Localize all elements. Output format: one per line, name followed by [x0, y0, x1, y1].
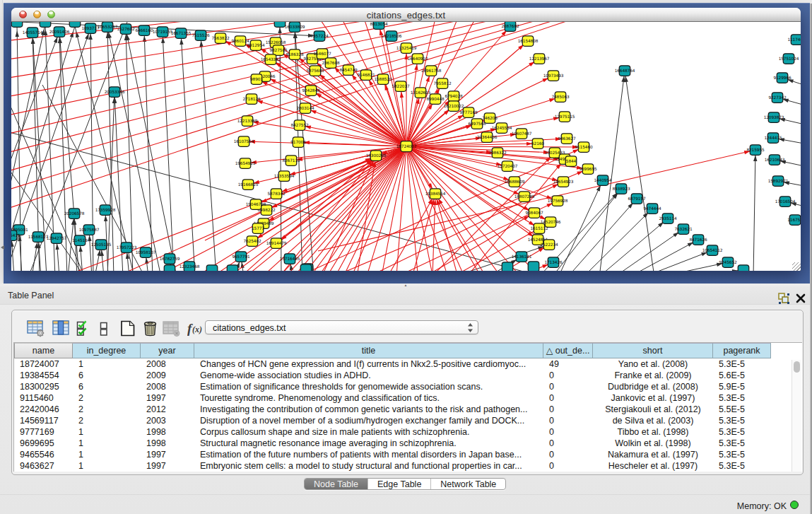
table-cell[interactable]: 1: [73, 358, 141, 370]
table-cell[interactable]: 0: [543, 449, 593, 460]
table-cell[interactable]: 6: [73, 370, 141, 381]
trash-icon[interactable]: [142, 320, 158, 337]
table-panel-titlebar[interactable]: Table Panel: [0, 286, 810, 305]
float-panel-icon[interactable]: [778, 293, 790, 305]
black-edge[interactable]: [107, 27, 114, 271]
scrollbar-thumb[interactable]: [794, 361, 800, 373]
black-edge[interactable]: [583, 209, 652, 271]
table-cell[interactable]: 18300295: [14, 381, 73, 392]
teal-node[interactable]: [227, 265, 238, 271]
black-edge[interactable]: [625, 71, 654, 271]
column-header-name[interactable]: name: [14, 343, 73, 358]
table-cell[interactable]: 5.3E-5: [713, 358, 771, 370]
table-header-row[interactable]: namein_degreeyeartitle△ out_de...shortpa…: [14, 343, 771, 358]
table-cell[interactable]: 0: [543, 392, 593, 404]
column-header-out_de[interactable]: △ out_de...: [543, 343, 593, 358]
table-cell[interactable]: Franke et al. (2009): [593, 370, 713, 381]
table-cell[interactable]: 14569117: [14, 415, 73, 426]
teal-node[interactable]: [11, 22, 23, 27]
red-edge[interactable]: [252, 99, 406, 146]
table-cell[interactable]: 2: [73, 415, 141, 426]
table-cell[interactable]: 5.3E-5: [713, 392, 771, 404]
table-row[interactable]: 946554611997Estimation of the future num…: [14, 449, 771, 460]
black-edge[interactable]: [753, 150, 755, 271]
column-header-short[interactable]: short: [593, 343, 713, 358]
table-row[interactable]: 977716911998Corpus callosum shape and si…: [14, 426, 771, 438]
teal-node[interactable]: [528, 262, 539, 271]
teal-node[interactable]: [69, 22, 81, 27]
black-edge[interactable]: [11, 92, 85, 271]
column-header-year[interactable]: year: [141, 343, 194, 358]
table-cell[interactable]: 5.3E-5: [713, 426, 771, 438]
black-edge[interactable]: [11, 24, 45, 212]
table-cell[interactable]: 18724007: [14, 358, 73, 370]
tab-node-table[interactable]: Node Table: [305, 479, 367, 489]
table-cell[interactable]: 1: [73, 438, 141, 449]
table-row[interactable]: 1938455462009Genome-wide association stu…: [14, 370, 771, 381]
black-edge[interactable]: [614, 229, 683, 271]
table-cell[interactable]: Estimation of the future numbers of pati…: [194, 449, 543, 460]
table-cell[interactable]: 5.5E-5: [713, 404, 771, 415]
black-edge[interactable]: [599, 218, 668, 271]
black-edge[interactable]: [599, 71, 625, 271]
table-cell[interactable]: 0: [543, 438, 593, 449]
black-edge[interactable]: [629, 240, 698, 271]
teal-node[interactable]: [40, 22, 51, 27]
table-cell[interactable]: 2008: [141, 358, 194, 370]
table-select-dropdown[interactable]: citations_edges.txt: [205, 320, 478, 334]
table-cell[interactable]: 9465546: [14, 449, 73, 460]
window-resize-grip[interactable]: [792, 262, 801, 271]
checkboxes-icon[interactable]: [76, 320, 93, 337]
table-cell[interactable]: 9777169: [14, 426, 73, 438]
network-window[interactable]: citations_edges.txt 14055714200914061093…: [11, 8, 801, 271]
new-document-icon[interactable]: [119, 320, 136, 337]
table-gear-icon[interactable]: [27, 320, 45, 337]
table-cell[interactable]: Tourette syndrome. Phenomenology and cla…: [194, 392, 543, 404]
red-edge[interactable]: [205, 156, 376, 240]
column-header-pagerank[interactable]: pagerank: [713, 343, 771, 358]
table-column-icon[interactable]: [52, 320, 70, 337]
table-cell[interactable]: 22420046: [14, 404, 73, 415]
black-edge[interactable]: [144, 30, 153, 271]
table-cell[interactable]: Hescheler et al. (1997): [593, 460, 713, 472]
table-cell[interactable]: 0: [543, 415, 593, 426]
tab-network-table[interactable]: Network Table: [430, 479, 505, 489]
network-canvas[interactable]: 1405571420091406109371710653267152760264…: [11, 22, 801, 271]
table-cell[interactable]: 0: [543, 404, 593, 415]
table-cell[interactable]: 49: [543, 358, 593, 370]
table-cell[interactable]: Nakamura et al. (1997): [593, 449, 713, 460]
table-cell[interactable]: Tibbo et al. (1998): [593, 426, 713, 438]
table-cell[interactable]: 5.3E-5: [713, 460, 771, 472]
table-cell[interactable]: Changes of HCN gene expression and I(f) …: [194, 358, 543, 370]
table-cell[interactable]: Genome-wide association studies in ADHD.: [194, 370, 543, 381]
table-cell[interactable]: de Silva et al. (2003): [593, 415, 713, 426]
table-cell[interactable]: Dudbridge et al. (2008): [593, 381, 713, 392]
table-cell[interactable]: 0: [543, 370, 593, 381]
table-cell[interactable]: 1997: [141, 392, 194, 404]
table-cell[interactable]: Estimation of significance thresholds fo…: [194, 381, 543, 392]
table-cell[interactable]: 0: [543, 381, 593, 392]
column-header-in_degree[interactable]: in_degree: [73, 343, 141, 358]
table-cell[interactable]: 5.3E-5: [713, 415, 771, 426]
table-cell[interactable]: 6: [73, 381, 141, 392]
table-cell[interactable]: 1997: [141, 460, 194, 472]
squares-icon[interactable]: [99, 320, 109, 337]
left-collapse-handle[interactable]: [1, 245, 4, 250]
table-cell[interactable]: Wolkin et al. (1998): [593, 438, 713, 449]
tab-edge-table[interactable]: Edge Table: [367, 479, 430, 489]
table-cell[interactable]: 5.3E-5: [713, 438, 771, 449]
table-row[interactable]: 946362711997Embryonic stem cells: a mode…: [14, 460, 771, 472]
teal-node[interactable]: [206, 265, 218, 271]
table-cell[interactable]: Disruption of a novel member of a sodium…: [194, 415, 543, 426]
table-cell[interactable]: Yano et al. (2008): [593, 358, 713, 370]
table-row[interactable]: 2242004622012Investigating the contribut…: [14, 404, 771, 415]
table-row[interactable]: 1456911722003Disruption of a novel membe…: [14, 415, 771, 426]
table-cell[interactable]: 9463627: [14, 460, 73, 472]
table-row[interactable]: 911546021997Tourette syndrome. Phenomeno…: [14, 392, 771, 404]
table-cell[interactable]: 9699695: [14, 438, 73, 449]
table-row[interactable]: 969969511998Structural magnetic resonanc…: [14, 438, 771, 449]
table-cell[interactable]: Structural magnetic resonance image aver…: [194, 438, 543, 449]
teal-node[interactable]: [738, 265, 749, 271]
column-header-title[interactable]: title: [194, 343, 543, 358]
table-cell[interactable]: 2003: [141, 415, 194, 426]
